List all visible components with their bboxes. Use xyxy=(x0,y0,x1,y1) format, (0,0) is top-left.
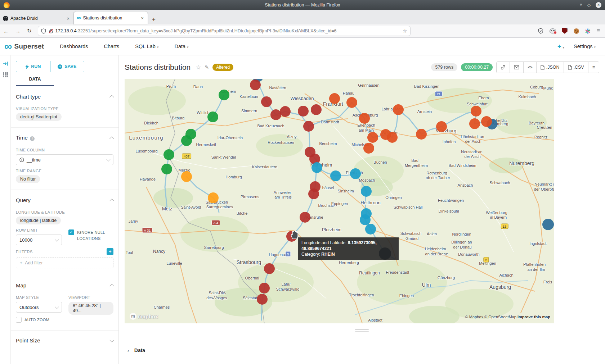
map-point[interactable] xyxy=(250,79,261,90)
map-point[interactable] xyxy=(367,132,378,143)
map-point[interactable] xyxy=(471,106,481,117)
map-point[interactable] xyxy=(181,171,192,182)
map-point[interactable] xyxy=(350,168,361,179)
datasource-grid-icon[interactable] xyxy=(3,72,8,78)
map-point[interactable] xyxy=(219,90,229,100)
map-point[interactable] xyxy=(300,212,310,223)
map-point[interactable] xyxy=(436,121,447,132)
map-point[interactable] xyxy=(416,129,427,140)
multi-account-mask-icon[interactable] xyxy=(550,28,556,33)
window-close-icon[interactable]: × xyxy=(596,2,601,8)
superset-logo[interactable]: ∞ Superset xyxy=(4,42,44,51)
firefox-menu-icon[interactable]: ≡ xyxy=(597,28,600,34)
data-panel-label[interactable]: Data xyxy=(134,347,145,353)
map-point[interactable] xyxy=(481,116,492,127)
map-point[interactable] xyxy=(469,118,480,129)
section-header-map[interactable]: Map xyxy=(16,279,113,292)
add-filter-box[interactable]: + Add filter xyxy=(16,258,113,268)
map-point[interactable] xyxy=(257,294,268,305)
time-range-pill[interactable]: No filter xyxy=(16,175,40,183)
map-point[interactable] xyxy=(365,224,376,235)
email-button[interactable] xyxy=(510,62,524,73)
url-bar[interactable]: 172.18.0.4:32251/superset/explore/?form_… xyxy=(38,26,411,36)
nav-dashboards[interactable]: Dashboards xyxy=(60,44,88,49)
nav-charts[interactable]: Charts xyxy=(104,44,120,49)
section-header-chart-type[interactable]: Chart type xyxy=(16,90,113,103)
map-point[interactable] xyxy=(542,219,554,230)
nav-data[interactable]: Data▾ xyxy=(174,44,188,49)
export-csv-button[interactable]: .CSV xyxy=(564,62,588,73)
map-point[interactable] xyxy=(261,96,272,107)
new-tab-button[interactable]: + xyxy=(148,16,160,24)
lonlat-pill[interactable]: longitude | latitude xyxy=(16,217,61,224)
export-json-button[interactable]: .JSON xyxy=(537,62,564,73)
map-point[interactable] xyxy=(393,104,404,115)
window-minimize-icon[interactable]: ˅ xyxy=(580,3,582,7)
window-maximize-icon[interactable]: ◇ xyxy=(587,3,591,7)
tab-data[interactable]: DATA xyxy=(16,77,54,86)
map-point[interactable] xyxy=(312,162,322,173)
map-point[interactable] xyxy=(163,149,174,160)
cookie-extension-icon[interactable] xyxy=(574,28,579,34)
map-point[interactable] xyxy=(311,104,322,115)
chevron-right-icon[interactable]: › xyxy=(127,348,129,353)
map-point[interactable] xyxy=(346,97,357,108)
run-button[interactable]: RUN xyxy=(16,61,50,72)
back-button[interactable]: ← xyxy=(0,28,12,34)
add-new-button[interactable]: +▾ xyxy=(557,43,564,50)
map-point[interactable] xyxy=(207,112,218,122)
tab-apache-druid[interactable]: Apache Druid × xyxy=(0,12,74,24)
settings-menu[interactable]: Settings▾ xyxy=(574,44,596,49)
collapse-panel-icon[interactable] xyxy=(3,61,8,66)
map-point[interactable] xyxy=(280,106,291,117)
map-point[interactable] xyxy=(329,93,340,104)
map-point[interactable] xyxy=(181,135,192,146)
viewport-pill[interactable]: 8° 46' 45.28" | 49... xyxy=(68,302,113,315)
tracking-shield-icon[interactable] xyxy=(41,28,46,34)
map-point[interactable] xyxy=(264,263,275,274)
row-limit-select[interactable]: 10000 xyxy=(16,235,62,245)
bookmark-star-icon[interactable]: ☆ xyxy=(403,28,407,34)
panel-drag-handle[interactable] xyxy=(355,328,369,333)
favorite-star-icon[interactable]: ☆ xyxy=(196,64,201,71)
section-header-query[interactable]: Query xyxy=(16,194,113,206)
map-point[interactable] xyxy=(161,164,172,174)
map-point[interactable] xyxy=(387,132,398,143)
tab-close-icon[interactable]: × xyxy=(140,15,145,21)
section-header-point-size[interactable]: Point Size xyxy=(16,334,113,347)
ublock-icon[interactable]: 2 xyxy=(562,28,568,34)
map-point[interactable] xyxy=(208,192,219,203)
section-header-time[interactable]: Timei xyxy=(16,131,113,144)
map-point[interactable] xyxy=(359,113,370,124)
save-button[interactable]: + SAVE xyxy=(50,61,84,72)
reload-button[interactable]: ↻ xyxy=(24,28,35,34)
insecure-lock-icon[interactable] xyxy=(49,28,53,34)
embed-code-button[interactable]: <> xyxy=(524,62,536,73)
colorful-asterisk-extension-icon[interactable] xyxy=(585,28,591,34)
map-point[interactable] xyxy=(363,143,374,154)
mapbox-logo[interactable]: m mapbox xyxy=(130,313,158,320)
ignore-null-checkbox[interactable]: ✓ xyxy=(68,229,74,235)
improve-this-map-link[interactable]: Improve this map xyxy=(517,315,550,319)
forward-button[interactable]: → xyxy=(12,28,24,34)
chart-menu-button[interactable]: ≡ xyxy=(588,62,599,73)
add-filter-plus-button[interactable]: + xyxy=(107,248,113,255)
map-point[interactable] xyxy=(330,170,341,181)
map-point[interactable] xyxy=(303,121,314,132)
auto-zoom-checkbox[interactable] xyxy=(16,317,22,323)
map-style-select[interactable]: Outdoors xyxy=(16,302,62,313)
edit-properties-icon[interactable]: ✎ xyxy=(205,64,209,70)
map-point[interactable] xyxy=(259,283,270,294)
map-point[interactable] xyxy=(361,186,372,197)
copy-link-button[interactable] xyxy=(497,62,510,73)
map-point[interactable] xyxy=(308,188,319,199)
pocket-shield-icon[interactable] xyxy=(538,28,543,34)
url-text[interactable]: 172.18.0.4:32251/superset/explore/?form_… xyxy=(55,28,403,33)
tab-stations-distribution[interactable]: ∞ Stations distribution × xyxy=(74,12,148,24)
nav-sql-lab[interactable]: SQL Lab▾ xyxy=(135,44,158,49)
time-column-select[interactable]: __time xyxy=(16,154,113,165)
viz-type-pill[interactable]: deck.gl Scatterplot xyxy=(16,113,62,121)
tab-close-icon[interactable]: × xyxy=(66,16,71,21)
map-point[interactable] xyxy=(298,106,309,117)
deckgl-map[interactable]: PrümDaunCochemKastellaunNastättenWiesbad… xyxy=(125,79,554,323)
